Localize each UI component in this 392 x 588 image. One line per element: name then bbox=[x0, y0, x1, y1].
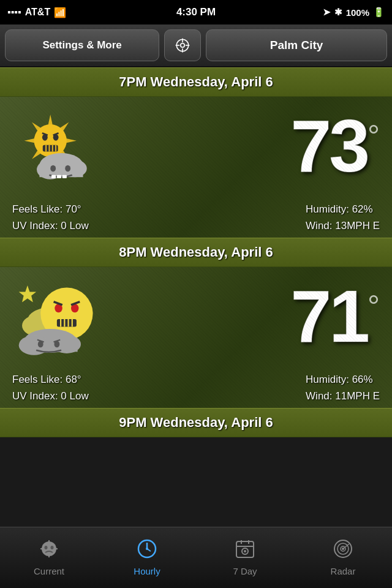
section-header-2: 8PM Wednesday, April 6 bbox=[0, 238, 392, 267]
hourly-icon bbox=[134, 535, 160, 562]
tab-bar: Current Hourly 7 Day bbox=[0, 527, 392, 588]
carrier: AT&T bbox=[25, 7, 50, 18]
svg-point-14 bbox=[34, 124, 67, 157]
crosshair-button[interactable] bbox=[164, 29, 201, 61]
weather-icon-1 bbox=[12, 103, 123, 201]
tab-current-label: Current bbox=[34, 566, 64, 576]
svg-point-1 bbox=[181, 43, 185, 48]
temperature-1: 73 ° bbox=[291, 103, 380, 183]
top-nav: Settings & More Palm City bbox=[0, 24, 392, 67]
svg-point-57 bbox=[51, 546, 54, 549]
tab-7day[interactable]: 7 Day bbox=[196, 527, 294, 588]
feels-like-2: Feels Like: 68° bbox=[12, 371, 89, 388]
main-content: 7PM Wednesday, April 6 bbox=[0, 67, 392, 570]
uv-index-1: UV Index: 0 Low bbox=[12, 217, 89, 234]
tab-hourly[interactable]: Hourly bbox=[98, 527, 196, 588]
humidity-1: Humidity: 62% bbox=[306, 201, 380, 217]
status-right: ➤ ✱ 100% 🔋 bbox=[323, 7, 385, 18]
weather-card-1: 73 ° Feels Like: 70° UV Index: 0 Low Hum… bbox=[0, 97, 392, 238]
weather-card-2: 71 ° Feels Like: 68° UV Index: 0 Low Hum… bbox=[0, 267, 392, 408]
tab-7day-label: 7 Day bbox=[233, 566, 257, 576]
signal-bars: ▪▪▪▪ bbox=[7, 7, 21, 18]
uv-index-2: UV Index: 0 Low bbox=[12, 388, 89, 404]
battery-icon: 🔋 bbox=[373, 7, 385, 18]
wifi-icon: 📶 bbox=[54, 7, 66, 18]
humidity-2: Humidity: 66% bbox=[306, 371, 380, 388]
location-button[interactable]: Palm City bbox=[206, 29, 387, 61]
time: 4:30 PM bbox=[176, 6, 216, 18]
temperature-2: 71 ° bbox=[291, 273, 380, 353]
tab-radar-label: Radar bbox=[331, 566, 356, 576]
svg-rect-50 bbox=[23, 342, 78, 352]
section-header-3: 9PM Wednesday, April 6 bbox=[0, 408, 392, 437]
bluetooth-icon: ✱ bbox=[334, 7, 342, 18]
moon-cloud-icon bbox=[12, 273, 110, 365]
radar-icon bbox=[330, 535, 356, 562]
tab-current[interactable]: Current bbox=[0, 527, 98, 588]
location-icon: ➤ bbox=[323, 7, 331, 18]
section-header-1: 7PM Wednesday, April 6 bbox=[0, 67, 392, 97]
tab-radar[interactable]: Radar bbox=[294, 527, 392, 588]
svg-rect-42 bbox=[57, 319, 77, 326]
svg-rect-30 bbox=[51, 175, 56, 178]
svg-marker-33 bbox=[19, 285, 36, 303]
status-left: ▪▪▪▪ AT&T 📶 bbox=[7, 7, 66, 18]
svg-point-29 bbox=[65, 165, 70, 172]
wind-2: Wind: 11MPH E bbox=[306, 388, 380, 404]
settings-button[interactable]: Settings & More bbox=[5, 29, 159, 61]
svg-point-55 bbox=[42, 541, 56, 556]
crosshair-icon bbox=[175, 36, 190, 55]
svg-rect-31 bbox=[57, 175, 61, 178]
status-bar: ▪▪▪▪ AT&T 📶 4:30 PM ➤ ✱ 100% 🔋 bbox=[0, 0, 392, 24]
current-icon bbox=[36, 535, 62, 562]
feels-like-1: Feels Like: 70° bbox=[12, 201, 89, 217]
svg-point-56 bbox=[45, 546, 48, 549]
card-bottom-1: Feels Like: 70° UV Index: 0 Low Humidity… bbox=[12, 201, 380, 234]
wind-1: Wind: 13MPH E bbox=[306, 217, 380, 234]
card-bottom-2: Feels Like: 68° UV Index: 0 Low Humidity… bbox=[12, 371, 380, 404]
7day-icon bbox=[232, 535, 258, 562]
svg-point-28 bbox=[50, 165, 56, 172]
svg-line-65 bbox=[147, 549, 151, 551]
weather-icon-2 bbox=[12, 273, 123, 371]
svg-point-71 bbox=[244, 550, 246, 552]
svg-rect-66 bbox=[236, 541, 254, 557]
svg-rect-32 bbox=[62, 175, 67, 178]
battery-percent: 100% bbox=[346, 7, 369, 18]
sun-cloud-icon bbox=[12, 103, 110, 195]
tab-hourly-label: Hourly bbox=[134, 566, 160, 576]
